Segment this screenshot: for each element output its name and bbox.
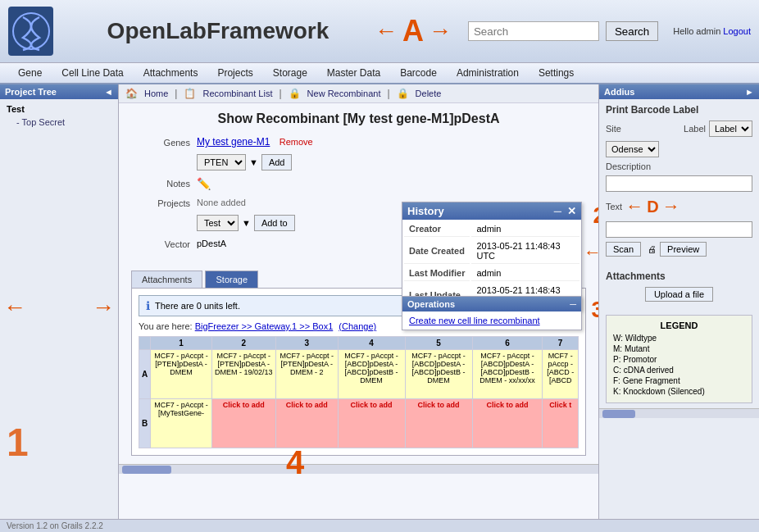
location-link[interactable]: BigFreezer >> Gateway.1 >> Box1 (195, 321, 334, 331)
project-tree: Test - Top Secret (0, 99, 118, 132)
right-panel-scrollbar[interactable] (599, 408, 759, 418)
history-row-creator: Creator admin (404, 221, 579, 237)
sidebar-header: Project Tree ◄ (0, 84, 118, 99)
horizontal-scrollbar[interactable] (119, 464, 598, 474)
legend-item-w: W: Wildtype (613, 334, 745, 343)
nav-storage[interactable]: Storage (263, 63, 317, 83)
notes-value: ✏️ (197, 177, 586, 190)
sidebar-arrows: ← → (0, 294, 118, 321)
history-key-date-created: Date Created (404, 239, 470, 264)
grid-cell-b2[interactable]: Click to add (211, 399, 275, 448)
right-panel-scroll-thumb[interactable] (602, 410, 635, 418)
grid-cell-a6[interactable]: MCF7 - pAccpt - [ABCD]pDestA - [ABCD]pDe… (472, 350, 543, 399)
nav-barcode[interactable]: Barcode (390, 63, 447, 83)
header-nav: Search Hello admin Logout (468, 21, 751, 41)
delete-link[interactable]: Delete (416, 89, 442, 98)
grid-cell-a7[interactable]: MCF7 - pAccp - [ABCD - [ABCD (543, 350, 579, 399)
grid-cell-b4[interactable]: Click to add (338, 399, 405, 448)
right-panel-collapse-button[interactable]: ► (745, 87, 754, 97)
new-recombinant-link[interactable]: New Recombinant (307, 89, 381, 98)
grid-col-5: 5 (405, 337, 472, 350)
genes-field-row: Genes My test gene-M1 Remove (131, 136, 586, 148)
new-recombinant-icon: 🔒 (289, 88, 301, 99)
grid-row-b: B MCF7 - pAccpt - [MyTestGene- Click to … (139, 399, 579, 448)
horizontal-scroll-thumb[interactable] (122, 466, 171, 474)
grid-cell-a3[interactable]: MCF7 - pAccpt - [PTEN]pDestA - DMEM - 2 (275, 350, 338, 399)
grid-cell-b5[interactable]: Click to add (405, 399, 472, 448)
notes-edit-icon[interactable]: ✏️ (197, 177, 211, 190)
legend-item-m: M: Mutant (613, 344, 745, 353)
gene-add-select-area: PTEN ▼ Add (197, 154, 586, 171)
scan-button[interactable]: Scan (606, 242, 641, 257)
grid-col-7: 7 (543, 337, 579, 350)
grid-cell-a5[interactable]: MCF7 - pAccpt - [ABCD]pDestA - [ABCD]pDe… (405, 350, 472, 399)
grid-cell-b7[interactable]: Click t (543, 399, 579, 448)
text-input[interactable] (606, 221, 752, 238)
tab-storage[interactable]: Storage (205, 271, 258, 288)
recombinant-title: Show Recombinant [My test gene-M1]pDestA (131, 111, 586, 126)
history-val-date-created: 2013-05-21 11:48:43 UTC (471, 239, 579, 264)
grid-col-4: 4 (338, 337, 405, 350)
projects-label: Projects (131, 197, 197, 208)
history-key-last-modifier: Last Modifier (404, 266, 470, 281)
search-button[interactable]: Search (606, 21, 658, 41)
attachments-section-title: Attachments (606, 271, 752, 282)
text-label: Text (606, 202, 622, 211)
add-to-project-button[interactable]: Add to (254, 215, 295, 231)
history-close-button[interactable]: ✕ (567, 205, 576, 217)
operations-collapse-button[interactable]: ─ (570, 299, 576, 309)
text-row: Text ← D → (606, 196, 752, 217)
nav-administration[interactable]: Administration (447, 63, 529, 83)
history-minimize-button[interactable]: ─ (554, 205, 561, 217)
tree-item-top-secret[interactable]: - Top Secret (3, 116, 115, 129)
storage-info-text: There are 0 units left. (155, 301, 240, 311)
tab-attachments[interactable]: Attachments (131, 271, 202, 288)
search-input[interactable] (468, 21, 599, 41)
legend-item-k: K: Knockdown (Silenced) (613, 387, 745, 396)
nav-settings[interactable]: Settings (529, 63, 584, 83)
sidebar-collapse-button[interactable]: ◄ (104, 87, 113, 97)
app-title: OpenLabFramework (61, 18, 375, 44)
home-link[interactable]: Home (144, 89, 168, 98)
gene-link[interactable]: My test gene-M1 (197, 136, 270, 148)
operations-header: Operations ─ (402, 297, 581, 311)
nav-master-data[interactable]: Master Data (317, 63, 390, 83)
barcode-section: Print Barcode Label Site Label Label Ode… (599, 99, 759, 266)
vector-label: Vector (131, 238, 197, 249)
nav-attachments[interactable]: Attachments (134, 63, 208, 83)
nav-gene[interactable]: Gene (8, 63, 52, 83)
description-input-row (606, 175, 752, 192)
site-select[interactable]: Odense (606, 141, 659, 157)
upload-file-button[interactable]: Upload a file (645, 287, 713, 302)
tree-item-test[interactable]: Test (3, 102, 115, 116)
arrows-d: ← D → (625, 196, 679, 217)
gene-add-row: PTEN ▼ Add (131, 154, 586, 171)
recombinant-list-link[interactable]: Recombinant List (202, 89, 272, 98)
grid-cell-b3[interactable]: Click to add (275, 399, 338, 448)
label-select[interactable]: Label (709, 120, 752, 137)
nav-cell-line-data[interactable]: Cell Line Data (52, 63, 133, 83)
change-location-link[interactable]: (Change) (339, 321, 376, 331)
project-select[interactable]: Test (197, 215, 239, 231)
history-row-last-modifier: Last Modifier admin (404, 266, 579, 281)
arrow-left-b: ← (3, 294, 26, 321)
remove-gene-button[interactable]: Remove (280, 137, 313, 147)
history-title: History (407, 205, 444, 217)
statusbar-text: Version 1.2 on Grails 2.2.2 (7, 521, 103, 530)
grid-row-header-b: B (139, 399, 151, 448)
header: OpenLabFramework ← A → Search Hello admi… (0, 0, 759, 63)
grid-cell-b6[interactable]: Click to add (472, 399, 543, 448)
description-input[interactable] (606, 175, 752, 192)
grid-cell-a2[interactable]: MCF7 - pAccpt - [PTEN]pDestA - DMEM - 19… (211, 350, 275, 399)
grid-cell-a4[interactable]: MCF7 - pAccpt - [ABCD]pDestA - [ABCD]pDe… (338, 350, 405, 399)
grid-cell-a1[interactable]: MCF7 - pAccpt - [PTEN]pDestA - DMEM (151, 350, 211, 399)
add-gene-button[interactable]: Add (261, 154, 293, 171)
gene-select[interactable]: PTEN (197, 154, 246, 171)
logout-link[interactable]: Logout (723, 26, 751, 36)
nav-projects[interactable]: Projects (207, 63, 262, 83)
preview-button[interactable]: Preview (660, 242, 707, 257)
project-tree-title: Project Tree (5, 87, 57, 97)
grid-cell-b1[interactable]: MCF7 - pAccpt - [MyTestGene- (151, 399, 211, 448)
gene-add-label (131, 154, 197, 156)
create-cell-line-link[interactable]: Create new cell line recombinant (402, 311, 581, 330)
